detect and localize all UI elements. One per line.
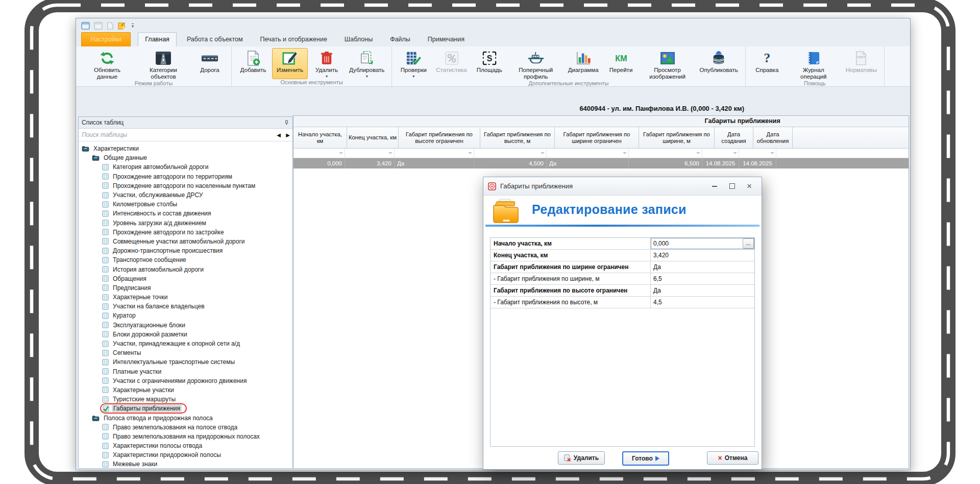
prev-arrow-button[interactable]: ◀	[274, 130, 283, 140]
journal-button[interactable]: Журнал операций	[786, 48, 841, 80]
tree-item[interactable]: Километровые столбы	[79, 200, 292, 209]
tree-item[interactable]: Габариты приближения	[79, 404, 292, 413]
tree-item[interactable]: Прохождение автодороги по населенным пун…	[79, 181, 292, 190]
tree-item[interactable]: Характеристики придорожной полосы	[79, 450, 292, 459]
tree-item[interactable]: Предписания	[79, 283, 292, 293]
ribbon-tab-4[interactable]: Шаблоны	[337, 32, 380, 46]
filter-cell[interactable]	[293, 149, 345, 158]
column-header[interactable]: Начало участка, км	[293, 127, 347, 149]
property-value[interactable]: Да	[650, 261, 754, 273]
tree-item[interactable]: Куратор	[79, 311, 292, 320]
column-header[interactable]: Дата создания	[715, 127, 753, 149]
ellipsis-button[interactable]: ...	[743, 238, 754, 249]
window-icon[interactable]	[81, 22, 90, 30]
tree-item[interactable]: Межевые знаки	[79, 459, 292, 468]
tree-item[interactable]: Блоки дорожной разметки	[79, 330, 292, 339]
tree-item[interactable]: Полоса отвода и придорожная полоса	[79, 413, 292, 422]
filter-cell[interactable]	[395, 149, 474, 158]
tree-item[interactable]: Эксплуатационные блоки	[79, 321, 292, 330]
tree-item[interactable]: Интеллектуальные транспортные системы	[79, 357, 292, 367]
ribbon-group-buttons: ДобавитьИзменитьУдалить▾Дублировать▾	[234, 46, 389, 79]
duplicate-button[interactable]: Дублировать▾	[346, 48, 388, 79]
profile-button[interactable]: Поперечный профиль	[508, 48, 564, 80]
qat-customize-caret[interactable]: ▾	[132, 23, 134, 29]
filter-cell[interactable]	[629, 149, 702, 158]
images-button[interactable]: Просмотр изображений	[640, 48, 695, 80]
column-header[interactable]: Конец участка, км	[347, 127, 399, 149]
delete-button[interactable]: Удалить▾	[309, 48, 345, 79]
grid-cell: Да	[547, 158, 629, 168]
help-button[interactable]: ?Справка	[749, 48, 785, 80]
tree-item[interactable]: Обращения	[79, 274, 292, 283]
refresh-button[interactable]: Обновить данные	[80, 48, 135, 80]
tree-item[interactable]: Характерные участки	[79, 385, 292, 395]
close-icon[interactable]: ×	[742, 180, 757, 192]
tree-item[interactable]: Участки с ограничениями дорожного движен…	[79, 376, 292, 385]
filter-cell[interactable]	[345, 149, 395, 158]
tree-item[interactable]: Право землепользования на полосе отвода	[79, 423, 292, 432]
tree-item[interactable]: Дорожно-транспортные происшествия	[79, 246, 292, 255]
tree-item[interactable]: Платные участки	[79, 367, 292, 376]
property-value[interactable]: 3,420	[650, 250, 754, 261]
maximize-icon[interactable]	[724, 180, 740, 192]
tree-item[interactable]: Участки на балансе владельцев	[79, 302, 292, 311]
property-value[interactable]: 0,000...	[650, 238, 754, 249]
chart-button[interactable]: Диаграмма	[565, 48, 602, 80]
property-value[interactable]: Да	[650, 285, 754, 296]
filter-cell[interactable]	[474, 149, 547, 158]
pin-icon[interactable]	[284, 120, 289, 126]
done-button[interactable]: Готово	[622, 451, 669, 466]
cancel-button[interactable]: × Отмена	[707, 451, 758, 465]
add-button[interactable]: Добавить	[235, 48, 271, 79]
filter-cell[interactable]	[702, 149, 739, 158]
column-header[interactable]: Габарит приближения по ширине ограничен	[555, 127, 639, 149]
column-header[interactable]: Габарит приближения по ширине, м	[639, 127, 715, 149]
next-arrow-button[interactable]: ▶	[283, 130, 292, 140]
categories-button[interactable]: Категории объектов	[136, 48, 191, 80]
grid-selected-row[interactable]: 0,0003,420Да4,500Да6,50014.08.202514.08.…	[293, 158, 909, 168]
ribbon-tab-5[interactable]: Файлы	[383, 32, 418, 46]
tree-item[interactable]: Характеристики	[79, 144, 292, 153]
value-editor[interactable]: 0,000	[651, 238, 754, 249]
ribbon-tab-3[interactable]: Печать и отображение	[253, 32, 334, 46]
tree-item[interactable]: Прохождение автодороги по территориям	[79, 172, 292, 181]
tree-item[interactable]: Туристские маршруты	[79, 395, 292, 404]
goto-button[interactable]: КМПерейти	[603, 48, 639, 80]
filter-cell[interactable]	[547, 149, 629, 158]
tree-item[interactable]: Характерные точки	[79, 293, 292, 302]
tree-item[interactable]: Участки, принадлежащие к опорной сети а/…	[79, 339, 292, 348]
tree-item[interactable]: История автомобильной дороги	[79, 264, 292, 274]
delete-button[interactable]: Удалить	[558, 451, 605, 465]
minimize-icon[interactable]	[707, 180, 722, 192]
publish-button[interactable]: Опубликовать	[696, 48, 742, 80]
tree-item[interactable]: Характеристики полосы отвода	[79, 441, 292, 450]
ribbon-tab-6[interactable]: Примечания	[421, 32, 472, 46]
tree-item[interactable]: Совмещенные участки автомобильной дороги	[79, 237, 292, 246]
tree-item[interactable]: Прохождение автодороги по застройке	[79, 228, 292, 237]
tree-item[interactable]: Сегменты	[79, 348, 292, 357]
tree-item[interactable]: Общие данные	[79, 153, 292, 162]
ribbon-tab-0[interactable]: Настройки	[81, 32, 131, 46]
search-input[interactable]	[79, 131, 274, 138]
road-button[interactable]: Дорога	[192, 48, 228, 80]
ribbon-tab-1[interactable]: Главная	[138, 32, 177, 47]
filter-cell[interactable]	[739, 149, 776, 158]
property-value[interactable]: 4,5	[650, 297, 754, 308]
tree-item[interactable]: Право землепользования на придорожных по…	[79, 432, 292, 441]
column-header[interactable]: Габарит приближения по высоте ограничен	[399, 127, 480, 149]
tree-item[interactable]: Категория автомобильной дороги	[79, 162, 292, 172]
note-icon[interactable]	[117, 22, 126, 30]
window-gray-icon[interactable]	[94, 22, 103, 30]
tree-item[interactable]: Уровень загрузки а/д движением	[79, 219, 292, 228]
checks-button[interactable]: Проверки▾	[396, 48, 431, 80]
ribbon-tab-2[interactable]: Работа с объектом	[180, 32, 250, 46]
property-value[interactable]: 6,5	[650, 273, 754, 284]
tree-item[interactable]: Транспортное сообщение	[79, 255, 292, 264]
tree-item[interactable]: Интенсивность и состав движения	[79, 209, 292, 218]
area-button[interactable]: SПлощадь	[472, 48, 507, 80]
column-header[interactable]: Габарит приближения по высоте, м	[480, 127, 555, 149]
tree-item[interactable]: Участки, обслуживаемые ДРСУ	[79, 190, 292, 200]
edit-button[interactable]: Изменить	[272, 48, 308, 79]
doc-gray-icon[interactable]	[107, 22, 113, 30]
column-header[interactable]: Дата обновления	[753, 127, 793, 149]
